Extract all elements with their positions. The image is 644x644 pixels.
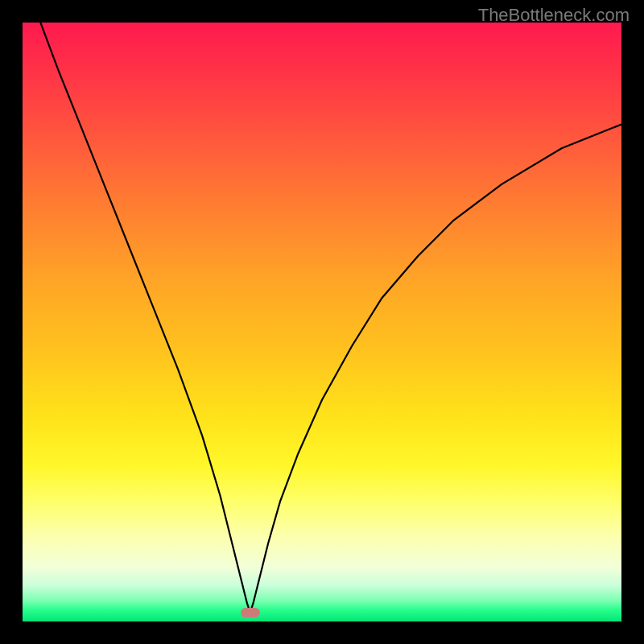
plot-area [23,23,621,621]
curve-layer [23,23,621,621]
bottleneck-curve [40,23,621,613]
optimal-marker [241,608,260,617]
watermark-text: TheBottleneck.com [478,5,630,26]
